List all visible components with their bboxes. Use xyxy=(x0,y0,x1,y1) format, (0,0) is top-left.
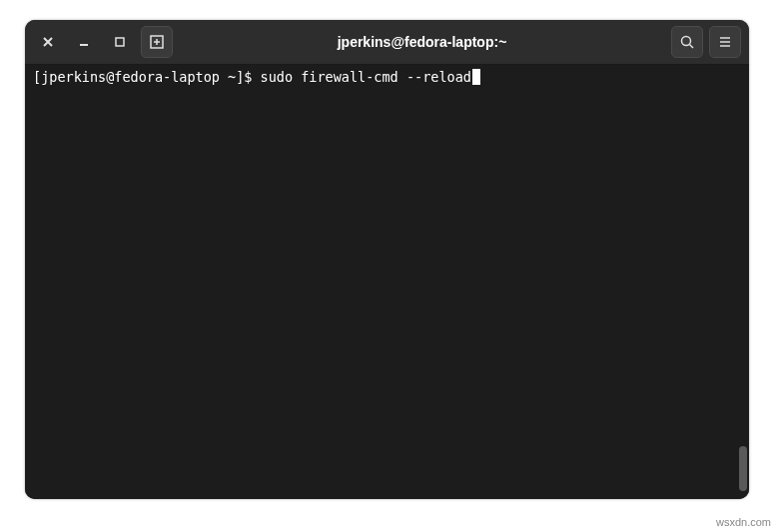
terminal-window: jperkins@fedora-laptop:~ [jperkins@fedor… xyxy=(25,20,749,499)
terminal-line: [jperkins@fedora-laptop ~]$ sudo firewal… xyxy=(33,69,741,87)
minimize-icon xyxy=(78,36,90,48)
search-button[interactable] xyxy=(671,26,703,58)
watermark: wsxdn.com xyxy=(716,516,771,528)
new-tab-icon xyxy=(149,34,165,50)
terminal-body[interactable]: [jperkins@fedora-laptop ~]$ sudo firewal… xyxy=(25,65,749,499)
shell-prompt: [jperkins@fedora-laptop ~]$ xyxy=(33,69,261,85)
close-icon xyxy=(42,36,54,48)
titlebar-right-controls xyxy=(671,26,741,58)
menu-button[interactable] xyxy=(709,26,741,58)
command-text: sudo firewall-cmd --reload xyxy=(261,69,471,85)
new-tab-button[interactable] xyxy=(141,26,173,58)
svg-rect-0 xyxy=(80,44,88,46)
titlebar-left-controls xyxy=(33,26,173,58)
close-button[interactable] xyxy=(33,27,63,57)
hamburger-menu-icon xyxy=(717,34,733,50)
scrollbar-thumb[interactable] xyxy=(739,446,747,491)
window-title: jperkins@fedora-laptop:~ xyxy=(179,34,665,50)
search-icon xyxy=(679,34,695,50)
svg-rect-1 xyxy=(116,38,124,46)
svg-point-3 xyxy=(682,37,691,46)
titlebar: jperkins@fedora-laptop:~ xyxy=(25,20,749,65)
maximize-icon xyxy=(114,36,126,48)
minimize-button[interactable] xyxy=(69,27,99,57)
maximize-button[interactable] xyxy=(105,27,135,57)
cursor xyxy=(472,69,480,85)
